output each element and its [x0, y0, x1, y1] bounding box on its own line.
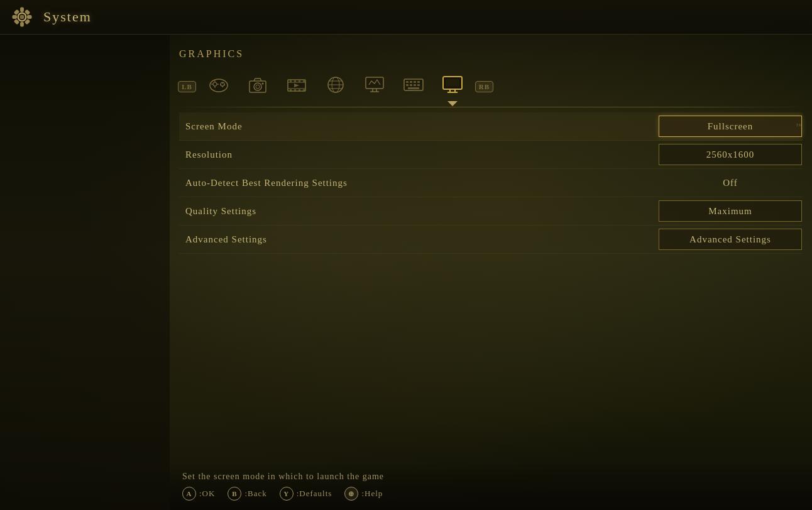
button-hints: A :OK B :Back Y :Defaults ⊕ :Help — [182, 487, 799, 501]
tab-language[interactable] — [317, 69, 354, 104]
tab-nav-rb[interactable]: RB — [473, 75, 495, 97]
svg-rect-35 — [303, 89, 305, 91]
tab-bar: LB — [170, 66, 812, 107]
screen-mode-label: Screen Mode — [179, 121, 658, 132]
resolution-box[interactable]: 2560x1600 — [659, 144, 802, 165]
advanced-value[interactable]: Advanced Settings — [658, 229, 803, 250]
svg-rect-62 — [446, 79, 459, 87]
main-content: Graphics LB — [170, 35, 812, 510]
page-title: System — [43, 9, 92, 25]
svg-rect-8 — [25, 19, 29, 23]
setting-row-advanced[interactable]: Advanced Settings Advanced Settings — [179, 225, 803, 254]
graphics2-icon — [364, 75, 385, 98]
svg-rect-51 — [417, 81, 420, 83]
svg-rect-48 — [406, 81, 409, 83]
tab-gamepad[interactable] — [200, 69, 237, 104]
svg-rect-6 — [25, 10, 29, 14]
setting-row-screen-mode[interactable]: Screen Mode Fullscreen — [179, 112, 803, 141]
svg-rect-28 — [290, 80, 292, 82]
setting-row-resolution[interactable]: Resolution 2560x1600 — [179, 141, 803, 169]
back-label: :Back — [244, 489, 266, 499]
svg-point-18 — [224, 84, 225, 85]
advanced-label: Advanced Settings — [179, 234, 658, 245]
camera-icon — [248, 76, 268, 97]
ok-label: :OK — [199, 489, 215, 499]
svg-point-17 — [222, 82, 223, 84]
section-title: Graphics — [179, 48, 244, 59]
tab-nav-lb[interactable]: LB — [176, 75, 198, 97]
screen-mode-text: Fullscreen — [708, 121, 753, 132]
svg-rect-53 — [410, 84, 412, 86]
quality-value[interactable]: Maximum — [658, 200, 803, 222]
svg-point-9 — [19, 14, 24, 19]
resolution-text: 2560x1600 — [706, 149, 755, 160]
btn-help[interactable]: ⊕ :Help — [344, 487, 383, 501]
b-button-icon: B — [228, 487, 241, 501]
btn-defaults[interactable]: Y :Defaults — [280, 487, 332, 501]
auto-detect-value: Off — [658, 178, 803, 188]
svg-rect-55 — [417, 84, 420, 86]
svg-rect-31 — [303, 80, 305, 82]
keyboard-icon — [403, 77, 424, 97]
advanced-text: Advanced Settings — [689, 234, 771, 245]
section-header: Graphics — [170, 35, 812, 66]
screen-mode-value[interactable]: Fullscreen — [658, 116, 803, 137]
svg-rect-33 — [294, 89, 296, 91]
help-button-icon: ⊕ — [344, 487, 358, 501]
tab-camera[interactable] — [239, 69, 276, 104]
svg-rect-5 — [14, 10, 18, 14]
auto-detect-text: Off — [723, 178, 738, 188]
left-sidebar — [0, 35, 170, 510]
svg-rect-1 — [21, 8, 23, 11]
svg-rect-56 — [408, 87, 419, 89]
auto-detect-label: Auto-Detect Best Rendering Settings — [179, 178, 658, 188]
btn-back[interactable]: B :Back — [228, 487, 266, 501]
svg-rect-32 — [290, 89, 292, 91]
setting-row-quality[interactable]: Quality Settings Maximum — [179, 197, 803, 225]
title-bar: System — [0, 0, 812, 35]
btn-ok[interactable]: A :OK — [182, 487, 215, 501]
system-icon — [9, 4, 35, 30]
rb-badge: RB — [475, 81, 493, 92]
resolution-value[interactable]: 2560x1600 — [658, 144, 803, 165]
quality-label: Quality Settings — [179, 206, 658, 217]
tab-graphics2[interactable] — [356, 69, 393, 104]
tm-mark: ™ — [796, 122, 803, 129]
bottom-area: Set the screen mode in which to launch t… — [170, 462, 812, 510]
help-label: :Help — [361, 489, 383, 499]
svg-point-10 — [210, 79, 228, 92]
svg-rect-30 — [299, 80, 300, 82]
setting-row-auto-detect[interactable]: Auto-Detect Best Rendering Settings Off — [179, 169, 803, 197]
language-icon — [326, 75, 345, 98]
advanced-box[interactable]: Advanced Settings — [659, 229, 802, 250]
svg-rect-7 — [14, 19, 18, 23]
svg-point-20 — [220, 84, 221, 85]
svg-rect-52 — [406, 84, 409, 86]
defaults-label: :Defaults — [297, 489, 332, 499]
a-button-icon: A — [182, 487, 196, 501]
display-icon — [442, 75, 463, 98]
tab-keyboard[interactable] — [395, 69, 432, 104]
screen-mode-box[interactable]: Fullscreen — [659, 116, 802, 137]
hud-icon — [287, 76, 307, 97]
svg-point-19 — [222, 86, 223, 87]
svg-rect-49 — [410, 81, 412, 83]
svg-rect-2 — [21, 23, 23, 26]
svg-rect-34 — [299, 89, 300, 91]
svg-point-24 — [262, 82, 264, 84]
y-button-icon: Y — [280, 487, 294, 501]
svg-rect-4 — [28, 16, 31, 18]
svg-rect-54 — [414, 84, 416, 86]
resolution-label: Resolution — [179, 149, 658, 160]
settings-area: Screen Mode Fullscreen Resolution 2560x1… — [170, 107, 812, 259]
svg-rect-29 — [294, 80, 296, 82]
svg-rect-3 — [13, 16, 16, 18]
hint-text: Set the screen mode in which to launch t… — [182, 472, 799, 482]
tab-display[interactable] — [434, 69, 471, 104]
svg-rect-50 — [414, 81, 416, 83]
quality-text: Maximum — [708, 206, 752, 217]
tab-hud[interactable] — [278, 69, 315, 104]
lb-badge: LB — [178, 81, 196, 92]
quality-box[interactable]: Maximum — [659, 200, 802, 222]
gamepad-icon — [209, 77, 229, 97]
